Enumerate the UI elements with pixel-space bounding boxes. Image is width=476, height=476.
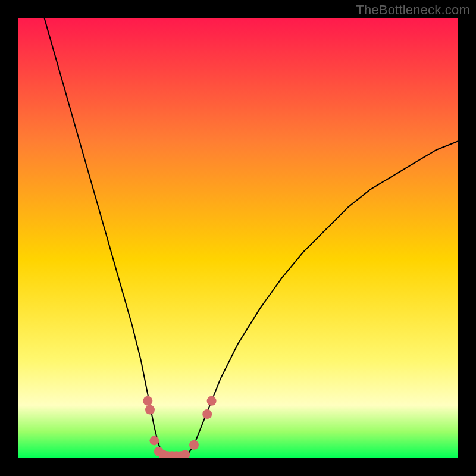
plot-area <box>18 18 458 458</box>
chart-frame: TheBottleneck.com <box>0 0 476 476</box>
data-marker <box>189 440 199 450</box>
data-marker <box>143 396 152 406</box>
chart-svg <box>18 18 458 458</box>
gradient-background <box>18 18 458 458</box>
watermark-text: TheBottleneck.com <box>356 2 470 18</box>
data-marker <box>202 409 212 419</box>
data-marker <box>149 436 159 445</box>
data-marker <box>207 396 217 406</box>
data-marker <box>145 405 155 415</box>
